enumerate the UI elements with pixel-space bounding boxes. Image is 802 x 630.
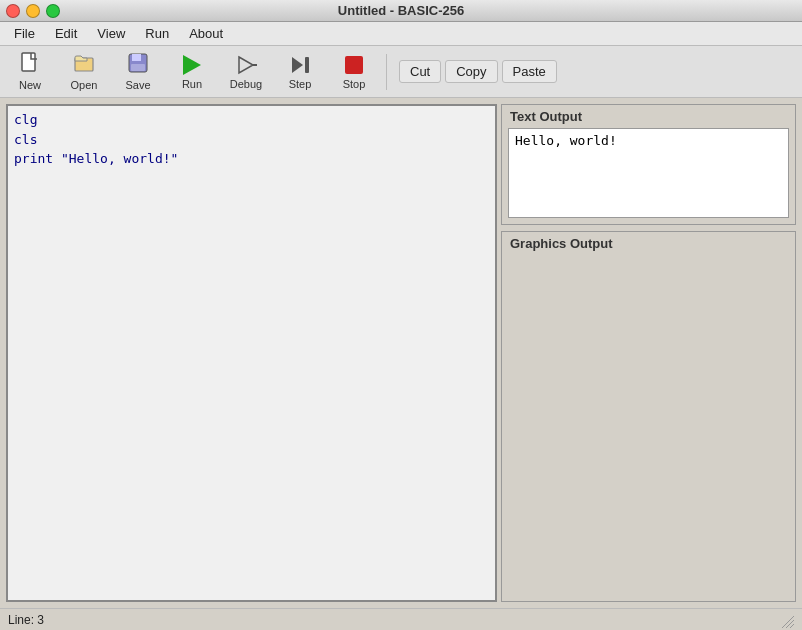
svg-line-11 bbox=[790, 624, 794, 628]
graphics-output-label: Graphics Output bbox=[502, 232, 795, 255]
copy-button[interactable]: Copy bbox=[445, 60, 497, 83]
menu-file[interactable]: File bbox=[4, 24, 45, 43]
minimize-button[interactable] bbox=[26, 4, 40, 18]
text-output-label: Text Output bbox=[502, 105, 795, 128]
run-label: Run bbox=[182, 78, 202, 90]
svg-rect-3 bbox=[132, 54, 141, 61]
svg-rect-8 bbox=[305, 57, 309, 73]
code-editor-area bbox=[6, 104, 497, 602]
title-bar: Untitled - BASIC-256 bbox=[0, 0, 802, 22]
menu-run[interactable]: Run bbox=[135, 24, 179, 43]
step-button[interactable]: Step bbox=[274, 49, 326, 95]
window-title: Untitled - BASIC-256 bbox=[338, 3, 464, 18]
menu-edit[interactable]: Edit bbox=[45, 24, 87, 43]
stop-button[interactable]: Stop bbox=[328, 49, 380, 95]
menu-bar: File Edit View Run About bbox=[0, 22, 802, 46]
save-button[interactable]: Save bbox=[112, 49, 164, 95]
right-panel: Text Output Hello, world! Graphics Outpu… bbox=[501, 104, 796, 602]
new-button[interactable]: New bbox=[4, 49, 56, 95]
open-icon bbox=[73, 52, 95, 77]
cut-button[interactable]: Cut bbox=[399, 60, 441, 83]
stop-icon bbox=[345, 54, 363, 76]
graphics-output-section: Graphics Output bbox=[501, 231, 796, 602]
paste-button[interactable]: Paste bbox=[502, 60, 557, 83]
status-bar: Line: 3 bbox=[0, 608, 802, 630]
close-button[interactable] bbox=[6, 4, 20, 18]
svg-marker-7 bbox=[292, 57, 303, 73]
run-button[interactable]: Run bbox=[166, 49, 218, 95]
open-label: Open bbox=[71, 79, 98, 91]
toolbar-separator bbox=[386, 54, 387, 90]
svg-marker-5 bbox=[239, 57, 253, 73]
save-icon bbox=[127, 52, 149, 77]
menu-view[interactable]: View bbox=[87, 24, 135, 43]
text-output-content: Hello, world! bbox=[515, 133, 617, 148]
main-content: Text Output Hello, world! Graphics Outpu… bbox=[0, 98, 802, 608]
save-label: Save bbox=[125, 79, 150, 91]
code-editor[interactable] bbox=[8, 106, 495, 600]
stop-label: Stop bbox=[343, 78, 366, 90]
step-label: Step bbox=[289, 78, 312, 90]
window-controls bbox=[6, 4, 60, 18]
debug-button[interactable]: Debug bbox=[220, 49, 272, 95]
text-output-box: Hello, world! bbox=[508, 128, 789, 218]
debug-icon bbox=[235, 54, 257, 76]
step-icon bbox=[289, 54, 311, 76]
graphics-output-box bbox=[502, 255, 795, 601]
new-icon bbox=[19, 52, 41, 77]
open-button[interactable]: Open bbox=[58, 49, 110, 95]
menu-about[interactable]: About bbox=[179, 24, 233, 43]
resize-handle[interactable] bbox=[778, 612, 794, 628]
svg-rect-4 bbox=[131, 64, 145, 71]
svg-rect-0 bbox=[22, 53, 35, 71]
status-text: Line: 3 bbox=[8, 613, 44, 627]
svg-line-10 bbox=[786, 620, 794, 628]
debug-label: Debug bbox=[230, 78, 262, 90]
maximize-button[interactable] bbox=[46, 4, 60, 18]
toolbar: New Open Save Run bbox=[0, 46, 802, 98]
text-output-section: Text Output Hello, world! bbox=[501, 104, 796, 225]
edit-buttons: Cut Copy Paste bbox=[399, 60, 557, 83]
new-label: New bbox=[19, 79, 41, 91]
run-icon bbox=[183, 54, 201, 76]
